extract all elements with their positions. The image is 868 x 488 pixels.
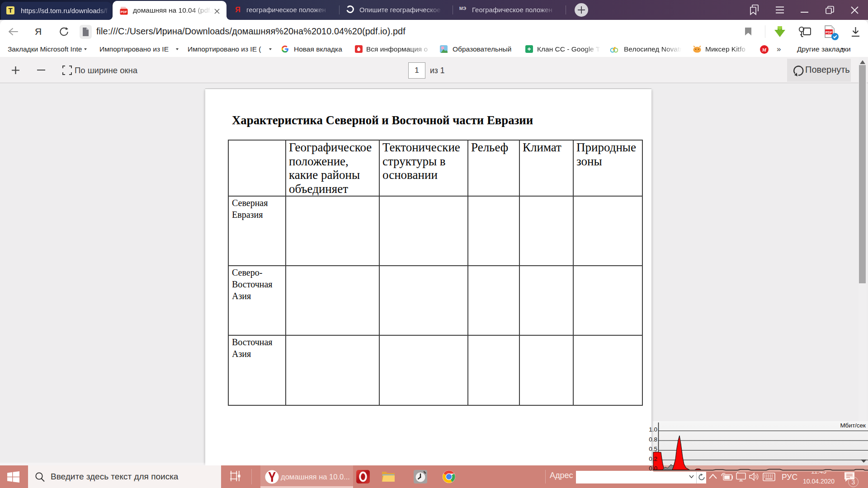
- svg-text:0.8: 0.8: [649, 436, 657, 443]
- svg-text:М: М: [762, 47, 767, 52]
- svg-text:Мбит/сек: Мбит/сек: [840, 422, 866, 429]
- svg-text:1.0: 1.0: [649, 426, 657, 433]
- svg-text:0.5: 0.5: [649, 446, 657, 452]
- svg-text:0.2: 0.2: [649, 455, 657, 462]
- svg-text:0.0: 0.0: [649, 465, 657, 472]
- svg-text:PDF: PDF: [826, 30, 832, 34]
- svg-text:PDF: PDF: [121, 10, 127, 14]
